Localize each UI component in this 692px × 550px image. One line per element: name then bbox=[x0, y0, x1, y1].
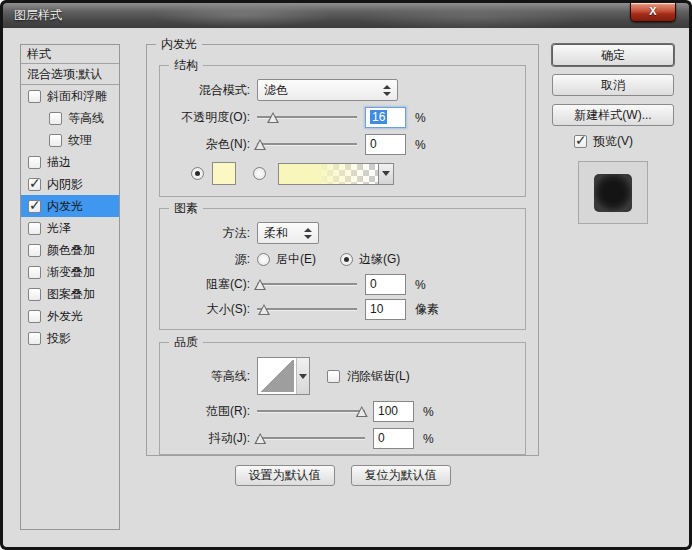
source-edge-radio[interactable] bbox=[340, 253, 353, 266]
style-checkbox[interactable] bbox=[28, 332, 41, 345]
style-checkbox[interactable] bbox=[28, 200, 41, 213]
quality-group: 品质 等高线: 消除锯齿(L) 范围(R): bbox=[159, 342, 526, 455]
noise-row: 杂色(N): 0 % bbox=[160, 134, 517, 155]
choke-unit: % bbox=[415, 278, 426, 292]
sidebar-item-label: 内发光 bbox=[47, 198, 83, 215]
spinner-icon bbox=[375, 85, 391, 96]
blend-mode-value: 滤色 bbox=[264, 82, 288, 99]
contour-picker[interactable] bbox=[257, 357, 310, 395]
size-label: 大小(S): bbox=[160, 301, 257, 318]
preview-thumbnail bbox=[594, 174, 632, 212]
preview-thumbnail-box bbox=[578, 161, 648, 224]
styles-list-items: 斜面和浮雕等高线纹理描边内阴影内发光光泽颜色叠加渐变叠加图案叠加外发光投影 bbox=[21, 85, 119, 349]
contour-row: 等高线: 消除锯齿(L) bbox=[160, 357, 517, 395]
size-input[interactable]: 10 bbox=[365, 299, 406, 320]
contour-dropdown-button[interactable] bbox=[296, 358, 309, 394]
range-slider[interactable] bbox=[257, 404, 365, 419]
style-checkbox[interactable] bbox=[28, 156, 41, 169]
range-label: 范围(R): bbox=[160, 403, 257, 420]
choke-input[interactable]: 0 bbox=[365, 274, 406, 295]
new-style-button[interactable]: 新建样式(W)... bbox=[552, 104, 674, 126]
technique-select[interactable]: 柔和 bbox=[257, 222, 319, 244]
range-unit: % bbox=[423, 405, 434, 419]
chevron-down-icon bbox=[382, 171, 390, 176]
jitter-input[interactable]: 0 bbox=[373, 428, 414, 449]
noise-value: 0 bbox=[370, 137, 377, 151]
contour-label: 等高线: bbox=[160, 368, 257, 385]
opacity-slider[interactable] bbox=[257, 110, 357, 125]
range-input[interactable]: 100 bbox=[373, 401, 414, 422]
gradient-dropdown-button[interactable] bbox=[378, 163, 394, 185]
noise-input[interactable]: 0 bbox=[365, 134, 406, 155]
elements-group: 图素 方法: 柔和 源: 居中(E) 边缘(G) 阻塞(C): bbox=[159, 208, 526, 330]
sidebar-item-9[interactable]: 图案叠加 bbox=[21, 283, 119, 305]
jitter-row: 抖动(J): 0 % bbox=[160, 428, 517, 449]
style-checkbox[interactable] bbox=[28, 244, 41, 257]
style-checkbox[interactable] bbox=[49, 112, 62, 125]
sidebar-item-label: 投影 bbox=[47, 330, 71, 347]
source-center-radio[interactable] bbox=[257, 253, 270, 266]
blend-mode-label: 混合模式: bbox=[160, 82, 257, 99]
style-checkbox[interactable] bbox=[28, 90, 41, 103]
sidebar-item-0[interactable]: 斜面和浮雕 bbox=[21, 85, 119, 107]
opacity-row: 不透明度(O): 16 % bbox=[160, 107, 517, 128]
layer-style-dialog: 图层样式 X 样式 混合选项:默认 斜面和浮雕等高线纹理描边内阴影内发光光泽颜色… bbox=[0, 0, 692, 550]
style-checkbox[interactable] bbox=[28, 288, 41, 301]
contour-thumbnail bbox=[260, 360, 294, 392]
jitter-slider[interactable] bbox=[257, 431, 365, 446]
sidebar-item-10[interactable]: 外发光 bbox=[21, 305, 119, 327]
solid-color-radio[interactable] bbox=[191, 167, 204, 180]
style-checkbox[interactable] bbox=[28, 310, 41, 323]
glow-color-row bbox=[160, 162, 517, 185]
choke-row: 阻塞(C): 0 % bbox=[160, 274, 517, 295]
sidebar-item-blending-options[interactable]: 混合选项:默认 bbox=[21, 64, 119, 85]
structure-group: 结构 混合模式: 滤色 不透明度(O): 16 bbox=[159, 65, 526, 197]
style-checkbox[interactable] bbox=[28, 266, 41, 279]
sidebar-item-5[interactable]: 内发光 bbox=[21, 195, 119, 217]
sidebar-item-2[interactable]: 纹理 bbox=[21, 129, 119, 151]
sidebar-item-label: 光泽 bbox=[47, 220, 71, 237]
set-default-button[interactable]: 设置为默认值 bbox=[235, 465, 335, 486]
size-row: 大小(S): 10 像素 bbox=[160, 299, 517, 320]
chevron-down-icon bbox=[299, 374, 307, 379]
style-checkbox[interactable] bbox=[28, 178, 41, 191]
size-slider[interactable] bbox=[257, 302, 357, 317]
sidebar-item-1[interactable]: 等高线 bbox=[21, 107, 119, 129]
title-bar[interactable]: 图层样式 X bbox=[3, 3, 689, 28]
opacity-label: 不透明度(O): bbox=[160, 109, 257, 126]
jitter-label: 抖动(J): bbox=[160, 430, 257, 447]
opacity-input[interactable]: 16 bbox=[365, 107, 406, 128]
window-title: 图层样式 bbox=[14, 3, 62, 28]
structure-legend: 结构 bbox=[169, 58, 203, 73]
blend-mode-select[interactable]: 滤色 bbox=[257, 79, 398, 101]
sidebar-item-6[interactable]: 光泽 bbox=[21, 217, 119, 239]
antialias-checkbox[interactable] bbox=[327, 370, 340, 383]
close-button[interactable]: X bbox=[630, 3, 676, 22]
cancel-button[interactable]: 取消 bbox=[552, 74, 674, 96]
gradient-radio[interactable] bbox=[253, 167, 266, 180]
noise-slider[interactable] bbox=[257, 137, 357, 152]
sidebar-item-11[interactable]: 投影 bbox=[21, 327, 119, 349]
style-checkbox[interactable] bbox=[49, 134, 62, 147]
inner-glow-panel: 内发光 结构 混合模式: 滤色 不透明度(O): bbox=[146, 44, 539, 456]
preview-checkbox[interactable] bbox=[574, 135, 587, 148]
blend-mode-row: 混合模式: 滤色 bbox=[160, 79, 517, 101]
style-checkbox[interactable] bbox=[28, 222, 41, 235]
source-label: 源: bbox=[160, 251, 257, 268]
gradient-picker[interactable] bbox=[278, 163, 394, 185]
sidebar-item-label: 颜色叠加 bbox=[47, 242, 95, 259]
ok-button[interactable]: 确定 bbox=[552, 44, 674, 66]
sidebar-item-7[interactable]: 颜色叠加 bbox=[21, 239, 119, 261]
jitter-unit: % bbox=[423, 432, 434, 446]
sidebar-item-4[interactable]: 内阴影 bbox=[21, 173, 119, 195]
antialias-label: 消除锯齿(L) bbox=[347, 368, 410, 385]
reset-default-button[interactable]: 复位为默认值 bbox=[351, 465, 451, 486]
technique-value: 柔和 bbox=[264, 225, 288, 242]
sidebar-item-3[interactable]: 描边 bbox=[21, 151, 119, 173]
styles-list: 样式 混合选项:默认 斜面和浮雕等高线纹理描边内阴影内发光光泽颜色叠加渐变叠加图… bbox=[20, 44, 120, 530]
choke-slider[interactable] bbox=[257, 277, 357, 292]
choke-value: 0 bbox=[370, 277, 377, 291]
glow-color-swatch[interactable] bbox=[212, 162, 236, 185]
sidebar-item-8[interactable]: 渐变叠加 bbox=[21, 261, 119, 283]
dialog-content: 样式 混合选项:默认 斜面和浮雕等高线纹理描边内阴影内发光光泽颜色叠加渐变叠加图… bbox=[3, 28, 689, 547]
